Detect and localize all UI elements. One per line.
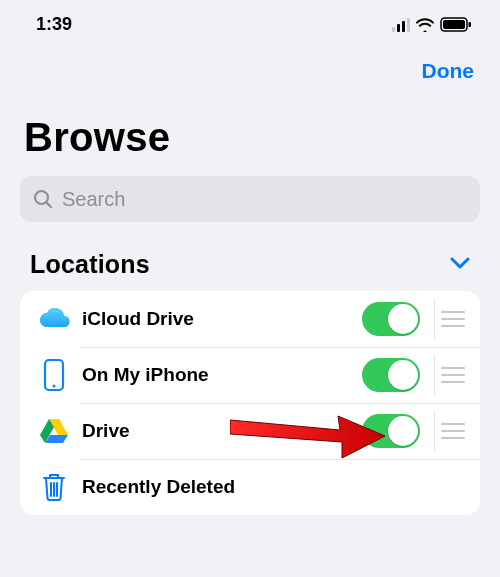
reorder-handle[interactable] bbox=[434, 355, 470, 395]
chevron-down-icon bbox=[450, 256, 470, 274]
row-label: Recently Deleted bbox=[82, 476, 470, 498]
svg-point-6 bbox=[53, 385, 56, 388]
toggle-drive[interactable] bbox=[362, 414, 420, 448]
search-wrapper: Search bbox=[0, 176, 500, 222]
location-row-recently-deleted[interactable]: Recently Deleted bbox=[20, 459, 480, 515]
location-row-drive: Drive bbox=[20, 403, 480, 459]
toggle-on-my-iphone[interactable] bbox=[362, 358, 420, 392]
location-row-on-my-iphone: On My iPhone bbox=[20, 347, 480, 403]
search-icon bbox=[32, 188, 54, 210]
search-input[interactable]: Search bbox=[20, 176, 480, 222]
search-placeholder: Search bbox=[62, 188, 125, 211]
status-icons bbox=[392, 17, 472, 33]
done-button[interactable]: Done bbox=[422, 59, 475, 83]
toggle-icloud[interactable] bbox=[362, 302, 420, 336]
status-bar: 1:39 bbox=[0, 0, 500, 39]
google-drive-icon bbox=[32, 411, 76, 451]
reorder-handle[interactable] bbox=[434, 411, 470, 451]
cloud-icon bbox=[32, 299, 76, 339]
row-label: On My iPhone bbox=[82, 364, 362, 386]
section-header[interactable]: Locations bbox=[0, 222, 500, 291]
page-title: Browse bbox=[0, 91, 500, 172]
wifi-icon bbox=[416, 18, 434, 32]
row-label: Drive bbox=[82, 420, 362, 442]
row-label: iCloud Drive bbox=[82, 308, 362, 330]
svg-line-4 bbox=[47, 203, 52, 208]
svg-rect-1 bbox=[443, 20, 465, 29]
location-row-icloud: iCloud Drive bbox=[20, 291, 480, 347]
battery-icon bbox=[440, 17, 472, 33]
trash-icon bbox=[32, 467, 76, 507]
cellular-icon bbox=[392, 18, 410, 32]
locations-list: iCloud Drive On My iPhone Drive bbox=[20, 291, 480, 515]
nav-bar: Done bbox=[0, 39, 500, 91]
reorder-handle[interactable] bbox=[434, 299, 470, 339]
svg-rect-2 bbox=[469, 22, 472, 27]
iphone-icon bbox=[32, 355, 76, 395]
section-title: Locations bbox=[30, 250, 150, 279]
status-time: 1:39 bbox=[36, 14, 72, 35]
